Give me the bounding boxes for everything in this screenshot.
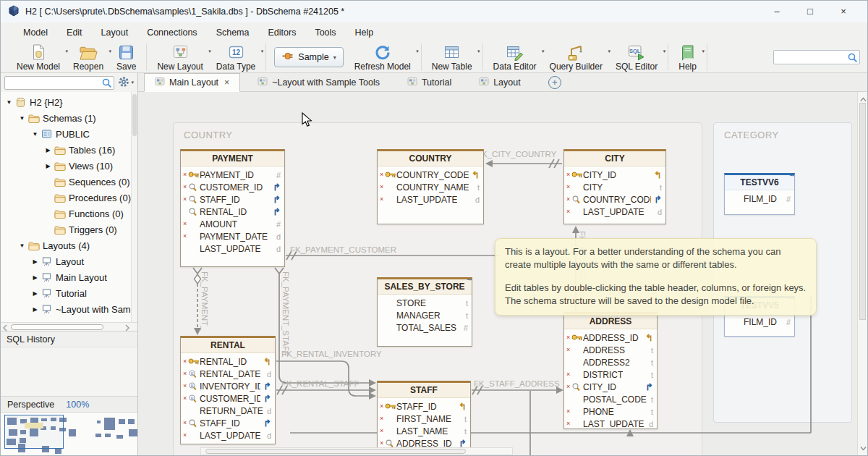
column-row-phone[interactable]: ×PHONEt (564, 405, 657, 418)
tab-main-layout[interactable]: Main Layout× (144, 73, 240, 92)
table-header[interactable]: PAYMENT (181, 151, 284, 166)
column-row-country-name[interactable]: ×COUNTRY_NAMEt (378, 181, 483, 193)
column-row-last-update[interactable]: ×LAST_UPDATEd (564, 418, 657, 429)
column-row-postal-code[interactable]: POSTAL_CODEt (564, 393, 657, 405)
zoom-level[interactable]: 100% (66, 400, 89, 410)
tree-item-layouts-4[interactable]: ▼Layouts (4) (1, 237, 137, 253)
expander-icon[interactable]: ▼ (4, 99, 14, 106)
sample-button[interactable]: Sample▾ (274, 47, 343, 67)
chevron-down-icon[interactable]: ▾ (663, 48, 666, 54)
scroll-down-icon[interactable] (860, 443, 867, 453)
diagram-horizontal-scrollbar[interactable] (200, 447, 513, 455)
tree-item-layout-with-sample[interactable]: ▶~Layout with Sample (1, 301, 137, 317)
expander-icon[interactable]: ▼ (17, 115, 27, 122)
diagram-minimap[interactable] (1, 413, 137, 455)
maximize-button[interactable]: □ (793, 1, 827, 22)
tree-item-tutorial[interactable]: ▶Tutorial (1, 285, 137, 301)
scroll-right-icon[interactable] (124, 324, 130, 334)
tree-item-views-10[interactable]: ▶Views (10) (1, 158, 137, 174)
menu-item-help[interactable]: Help (346, 28, 383, 38)
scroll-left-icon[interactable] (2, 324, 8, 334)
tab-layout-with-sample-tools[interactable]: ~Layout with Sample Tools (247, 73, 390, 91)
query-builder-button[interactable]: ▾Query Builder (543, 43, 609, 72)
fk-label-fk-rental-staff[interactable]: FK_RENTAL_STAFF (281, 379, 359, 388)
column-row-staff-id[interactable]: ×STAFF_ID↰ (378, 400, 470, 413)
fk-label-fk-payment-staff[interactable]: FK_PAYMENT_STAFF (281, 271, 290, 356)
diagram-table-rental[interactable]: RENTAL×RENTAL_ID↰×uRENTAL_DATEd×uINVENTO… (180, 336, 276, 444)
column-row-country-code[interactable]: ×COUNTRY_CODE↱ (564, 193, 665, 206)
column-row-store[interactable]: STOREt (378, 297, 472, 309)
column-row-address-id[interactable]: ×ADDRESS_ID↰ (564, 332, 657, 344)
new-table-button[interactable]: ▾New Table (425, 43, 479, 72)
scrollbar-thumb[interactable] (859, 103, 866, 320)
column-row-film-id[interactable]: FILM_ID# (725, 316, 794, 328)
sidebar-search-box[interactable] (4, 76, 114, 90)
sidebar-search-input[interactable] (5, 77, 83, 89)
table-header[interactable]: COUNTRY (378, 151, 483, 166)
tree-item-sequences-0[interactable]: Sequences (0) (1, 174, 137, 190)
close-button[interactable]: × (827, 1, 860, 22)
tree-item-layout[interactable]: ▶Layout (1, 253, 137, 269)
menu-item-connections[interactable]: Connections (137, 28, 207, 38)
column-row-film-id[interactable]: FILM_ID# (725, 193, 794, 205)
menu-item-layout[interactable]: Layout (92, 28, 138, 38)
table-header[interactable]: ADDRESS (564, 314, 657, 329)
column-row-last-update[interactable]: ×LAST_UPDATEd (564, 206, 665, 218)
scrollbar-thumb[interactable] (205, 449, 466, 454)
toolbar-search-box[interactable] (773, 50, 860, 64)
new-tab-button[interactable]: + (548, 76, 561, 89)
data-type-button[interactable]: 12▾Data Type (210, 43, 262, 72)
column-row-staff-id[interactable]: ×STAFF_ID↱ (181, 417, 275, 429)
tab-layout[interactable]: Layout (469, 73, 531, 91)
toolbar-search-input[interactable] (774, 51, 846, 64)
table-header[interactable]: SALES_BY_STORE (378, 279, 472, 295)
column-row-customer-id[interactable]: ×uCUSTOMER_ID↱ (181, 392, 275, 405)
minimize-button[interactable]: – (760, 1, 793, 22)
menu-item-model[interactable]: Model (14, 28, 57, 38)
column-row-payment-id[interactable]: ×PAYMENT_ID# (181, 169, 284, 181)
column-row-last-name[interactable]: ×LAST_NAMEt (378, 425, 470, 437)
expander-icon[interactable]: ▶ (30, 306, 40, 313)
expander-icon[interactable]: ▼ (30, 131, 40, 138)
tree-horizontal-scrollbar[interactable] (1, 322, 137, 331)
chevron-down-icon[interactable]: ▾ (261, 48, 264, 54)
minimap-viewport[interactable] (4, 415, 64, 449)
column-row-payment-date[interactable]: ×PAYMENT_DATEd (181, 230, 284, 242)
help-button[interactable]: ▾Help (672, 43, 703, 72)
tree-settings-button[interactable]: ▾ (118, 76, 134, 90)
tree-item-public[interactable]: ▼PUBLIC (1, 126, 137, 142)
column-row-city-id[interactable]: ×CITY_ID↱ (564, 381, 657, 393)
column-row-total-sales[interactable]: TOTAL_SALES# (378, 321, 472, 334)
column-row-first-name[interactable]: ×FIRST_NAMEt (378, 413, 470, 425)
diagram-table-country[interactable]: COUNTRY×COUNTRY_CODE↰×COUNTRY_NAMEt×LAST… (377, 149, 484, 224)
scrollbar-thumb[interactable] (11, 324, 103, 330)
column-row-country-code[interactable]: ×COUNTRY_CODE↰ (378, 169, 483, 181)
column-row-city[interactable]: ×CITYt (564, 181, 665, 193)
column-row-amount[interactable]: ×AMOUNT# (181, 218, 284, 230)
column-row-address[interactable]: ×ADDRESSt (564, 344, 657, 356)
expander-icon[interactable]: ▶ (30, 274, 40, 281)
fk-label-fk-payment-customer[interactable]: FK_PAYMENT_CUSTOMER (290, 245, 396, 254)
table-header[interactable]: TESTVV6 (725, 175, 794, 190)
chevron-down-icon[interactable]: ▾ (416, 48, 419, 54)
column-row-district[interactable]: ×DISTRICTt (564, 368, 657, 381)
tree-item-schemas-1[interactable]: ▼Schemas (1) (1, 110, 137, 126)
close-tab-icon[interactable]: × (224, 77, 229, 88)
diagram-vertical-scrollbar[interactable] (857, 92, 867, 455)
new-model-button[interactable]: ▾New Model (10, 43, 67, 72)
column-row-manager[interactable]: MANAGERt (378, 309, 472, 321)
tree-item-functions-0[interactable]: Functions (0) (1, 206, 137, 221)
diagram-table-sales-by-store[interactable]: SALES_BY_STORESTOREtMANAGERtTOTAL_SALES# (377, 277, 472, 347)
expander-icon[interactable]: ▶ (43, 163, 53, 169)
chevron-down-icon[interactable]: ▾ (702, 48, 705, 54)
expander-icon[interactable]: ▶ (30, 258, 40, 265)
menu-item-schema[interactable]: Schema (207, 28, 259, 38)
tree-vertical-scrollbar[interactable] (131, 92, 137, 322)
refresh-model-button[interactable]: ▾Refresh Model (348, 43, 417, 72)
diagram-table-testvv6[interactable]: TESTVV6FILM_ID# (724, 173, 795, 215)
column-row-staff-id[interactable]: ×STAFF_ID↱ (181, 193, 284, 206)
tree-item-tables-16[interactable]: ▶Tables (16) (1, 142, 137, 158)
menu-item-tools[interactable]: Tools (305, 28, 345, 38)
reopen-button[interactable]: ▾Reopen (67, 43, 110, 72)
expander-icon[interactable]: ▶ (30, 290, 40, 297)
